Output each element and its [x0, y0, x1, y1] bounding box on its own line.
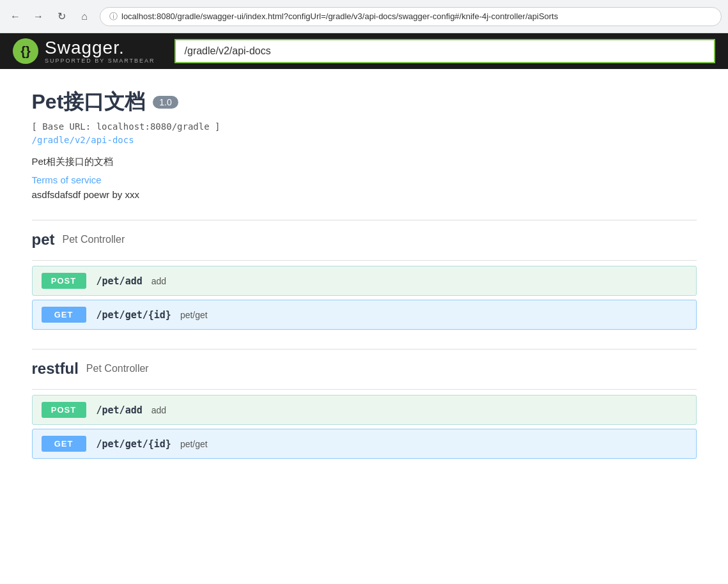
endpoint-path: /pet/add	[97, 404, 143, 416]
api-docs-link[interactable]: /gradle/v2/api-docs	[32, 135, 134, 145]
swagger-logo-text: Swagger. Supported by SMARTBEAR	[45, 39, 155, 64]
endpoint-row[interactable]: GET/pet/get/{id}pet/get	[32, 300, 697, 330]
base-url: [ Base URL: localhost:8080/gradle ]	[32, 121, 697, 132]
home-button[interactable]: ⌂	[75, 8, 93, 26]
endpoint-summary: add	[151, 405, 166, 415]
swagger-header: {} Swagger. Supported by SMARTBEAR /grad…	[0, 33, 728, 69]
group-description: Pet Controller	[63, 234, 125, 245]
terms-of-service-link[interactable]: Terms of service	[32, 174, 697, 185]
version-badge: 1.0	[153, 96, 178, 109]
method-badge-get: GET	[42, 436, 86, 452]
nav-buttons: ← → ↻ ⌂	[6, 8, 93, 26]
endpoint-summary: add	[151, 276, 166, 286]
group-name: pet	[32, 231, 55, 249]
swagger-by: Supported by SMARTBEAR	[45, 58, 155, 64]
swagger-url-value: /gradle/v2/api-docs	[185, 45, 271, 57]
url-text: localhost:8080/gradle/swagger-ui/index.h…	[121, 12, 558, 21]
endpoint-path: /pet/add	[97, 275, 143, 287]
endpoint-row[interactable]: POST/pet/addadd	[32, 266, 697, 296]
forward-button[interactable]: →	[29, 8, 47, 26]
group-divider	[32, 389, 697, 390]
endpoint-path: /pet/get/{id}	[97, 438, 171, 450]
browser-chrome: ← → ↻ ⌂ ⓘ localhost:8080/gradle/swagger-…	[0, 0, 728, 33]
contact-info: asdfsdafsdf poewr by xxx	[32, 189, 139, 200]
group-header-pet: petPet Controller	[32, 220, 697, 255]
api-title: Pet接口文档	[32, 88, 146, 116]
group-name: restful	[32, 360, 79, 378]
main-content: Pet接口文档 1.0 [ Base URL: localhost:8080/g…	[13, 88, 716, 459]
endpoint-path: /pet/get/{id}	[97, 309, 171, 321]
endpoint-summary: pet/get	[180, 310, 208, 320]
swagger-logo: {} Swagger. Supported by SMARTBEAR	[13, 38, 155, 64]
address-bar[interactable]: ⓘ localhost:8080/gradle/swagger-ui/index…	[100, 7, 722, 26]
method-badge-get: GET	[42, 307, 86, 323]
group-header-restful: restfulPet Controller	[32, 349, 697, 384]
api-title-row: Pet接口文档 1.0	[32, 88, 697, 116]
method-badge-post: POST	[42, 402, 86, 418]
endpoint-summary: pet/get	[180, 439, 208, 449]
api-description: Pet相关接口的文档	[32, 156, 697, 168]
group-description: Pet Controller	[86, 363, 149, 374]
api-group-pet: petPet ControllerPOST/pet/addaddGET/pet/…	[32, 220, 697, 330]
info-icon: ⓘ	[109, 11, 118, 22]
endpoint-row[interactable]: GET/pet/get/{id}pet/get	[32, 429, 697, 459]
swagger-logo-icon: {}	[13, 38, 38, 64]
swagger-name: Swagger.	[45, 39, 155, 57]
back-button[interactable]: ←	[6, 8, 24, 26]
reload-button[interactable]: ↻	[52, 8, 70, 26]
api-info-section: Pet接口文档 1.0 [ Base URL: localhost:8080/g…	[32, 88, 697, 201]
api-group-restful: restfulPet ControllerPOST/pet/addaddGET/…	[32, 349, 697, 459]
endpoint-row[interactable]: POST/pet/addadd	[32, 395, 697, 425]
logo-symbol: {}	[20, 44, 31, 59]
swagger-url-bar[interactable]: /gradle/v2/api-docs	[174, 39, 715, 63]
group-divider	[32, 260, 697, 261]
method-badge-post: POST	[42, 273, 86, 289]
api-groups-container: petPet ControllerPOST/pet/addaddGET/pet/…	[32, 220, 697, 459]
